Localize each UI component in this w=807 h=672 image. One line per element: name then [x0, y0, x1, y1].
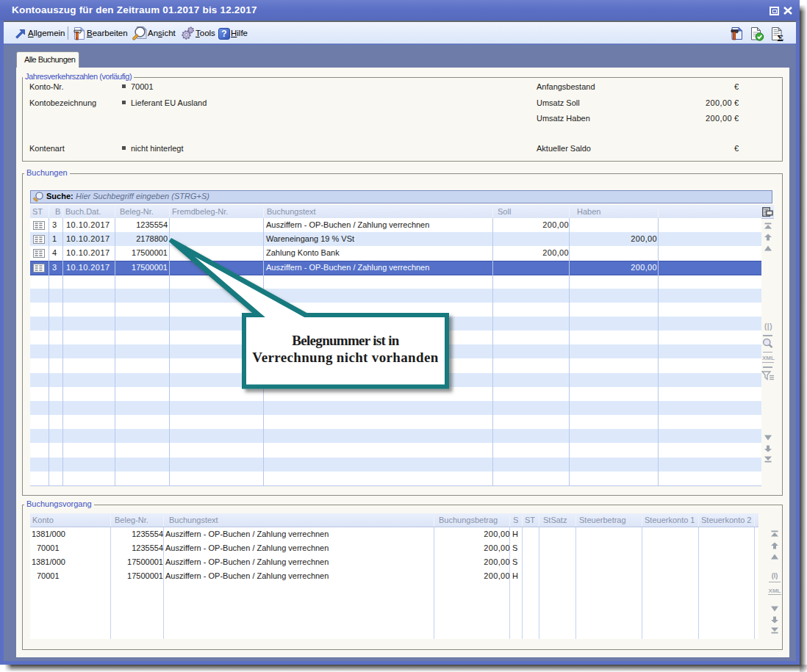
- svg-text:Σ: Σ: [777, 32, 783, 42]
